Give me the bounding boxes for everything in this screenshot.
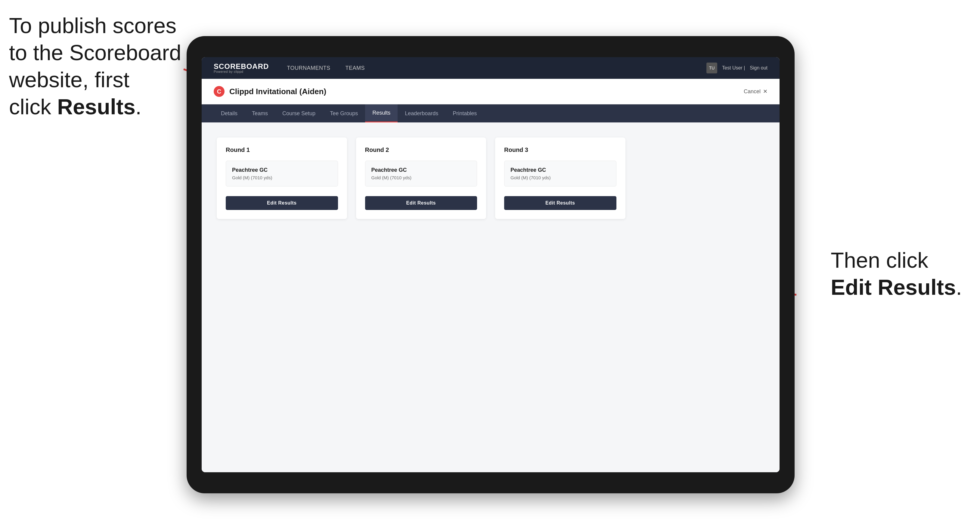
- tab-nav: Details Teams Course Setup Tee Groups Re…: [202, 105, 780, 122]
- round-1-course-details: Gold (M) (7010 yds): [232, 175, 332, 180]
- instruction-edit-results-bold: Edit Results: [831, 275, 956, 299]
- tablet-frame: SCOREBOARD Powered by clippd TOURNAMENTS…: [187, 36, 795, 493]
- round-2-title: Round 2: [365, 146, 477, 153]
- tab-details[interactable]: Details: [214, 105, 245, 122]
- tab-printables-label: Printables: [453, 110, 477, 117]
- round-3-course-name: Peachtree GC: [511, 167, 610, 173]
- top-nav: SCOREBOARD Powered by clippd TOURNAMENTS…: [202, 57, 780, 79]
- instruction-line2: to the Scoreboard: [9, 41, 181, 65]
- logo: SCOREBOARD Powered by clippd: [214, 63, 269, 73]
- instruction-line4-prefix: click: [9, 95, 57, 119]
- tablet-screen: SCOREBOARD Powered by clippd TOURNAMENTS…: [202, 57, 780, 472]
- nav-links: TOURNAMENTS TEAMS: [287, 63, 706, 74]
- rounds-grid: Round 1 Peachtree GC Gold (M) (7010 yds)…: [217, 138, 765, 219]
- round-2-course-details: Gold (M) (7010 yds): [371, 175, 471, 180]
- tournament-icon: C: [214, 86, 224, 97]
- instruction-then-click: Then click: [831, 248, 928, 272]
- tournament-header: C Clippd Invitational (Aiden) Cancel ✕: [202, 79, 780, 105]
- tab-details-label: Details: [221, 110, 237, 117]
- instruction-line1: To publish scores: [9, 14, 177, 38]
- round-3-course-details: Gold (M) (7010 yds): [511, 175, 610, 180]
- round-3-edit-results-button[interactable]: Edit Results: [504, 196, 616, 210]
- tab-results[interactable]: Results: [365, 105, 398, 122]
- round-2-course-card: Peachtree GC Gold (M) (7010 yds): [365, 160, 477, 186]
- tab-course-setup-label: Course Setup: [282, 110, 315, 117]
- tab-leaderboards[interactable]: Leaderboards: [398, 105, 445, 122]
- instruction-right-punctuation: .: [956, 275, 962, 299]
- tournament-title-area: C Clippd Invitational (Aiden): [214, 86, 326, 97]
- empty-column: [635, 138, 765, 219]
- round-1-edit-results-button[interactable]: Edit Results: [226, 196, 338, 210]
- round-2-edit-results-button[interactable]: Edit Results: [365, 196, 477, 210]
- tab-teams[interactable]: Teams: [245, 105, 275, 122]
- tournament-icon-letter: C: [217, 88, 221, 95]
- round-1-card: Round 1 Peachtree GC Gold (M) (7010 yds)…: [217, 138, 347, 219]
- user-label: Test User |: [722, 65, 745, 71]
- main-content: Round 1 Peachtree GC Gold (M) (7010 yds)…: [202, 122, 780, 472]
- round-2-course-name: Peachtree GC: [371, 167, 471, 173]
- round-1-course-name: Peachtree GC: [232, 167, 332, 173]
- sign-out-link[interactable]: Sign out: [750, 65, 767, 71]
- cancel-x-icon: ✕: [763, 88, 767, 95]
- cancel-button[interactable]: Cancel ✕: [744, 88, 767, 95]
- tab-printables[interactable]: Printables: [445, 105, 484, 122]
- logo-area: SCOREBOARD Powered by clippd: [214, 63, 269, 73]
- instruction-punctuation: .: [135, 95, 142, 119]
- user-avatar: TU: [706, 63, 717, 73]
- tab-leaderboards-label: Leaderboards: [405, 110, 438, 117]
- nav-teams[interactable]: TEAMS: [345, 63, 365, 74]
- tab-results-label: Results: [372, 110, 390, 116]
- round-1-title: Round 1: [226, 146, 338, 153]
- round-3-course-card: Peachtree GC Gold (M) (7010 yds): [504, 160, 616, 186]
- tab-teams-label: Teams: [252, 110, 268, 117]
- round-2-card: Round 2 Peachtree GC Gold (M) (7010 yds)…: [356, 138, 487, 219]
- left-instruction: To publish scores to the Scoreboard webs…: [9, 12, 181, 120]
- instruction-results-bold: Results: [57, 95, 135, 119]
- nav-tournaments[interactable]: TOURNAMENTS: [287, 63, 330, 74]
- logo-subtitle: Powered by clippd: [214, 70, 269, 73]
- tab-tee-groups[interactable]: Tee Groups: [323, 105, 365, 122]
- logo-text: SCOREBOARD: [214, 63, 269, 70]
- round-3-card: Round 3 Peachtree GC Gold (M) (7010 yds)…: [495, 138, 625, 219]
- nav-right: TU Test User | Sign out: [706, 63, 767, 73]
- round-1-course-card: Peachtree GC Gold (M) (7010 yds): [226, 160, 338, 186]
- round-3-title: Round 3: [504, 146, 616, 153]
- right-instruction: Then click Edit Results.: [831, 247, 962, 301]
- tab-course-setup[interactable]: Course Setup: [275, 105, 323, 122]
- tab-tee-groups-label: Tee Groups: [330, 110, 358, 117]
- instruction-line3: website, first: [9, 68, 129, 92]
- tournament-title: Clippd Invitational (Aiden): [229, 87, 326, 96]
- cancel-label: Cancel: [744, 89, 760, 95]
